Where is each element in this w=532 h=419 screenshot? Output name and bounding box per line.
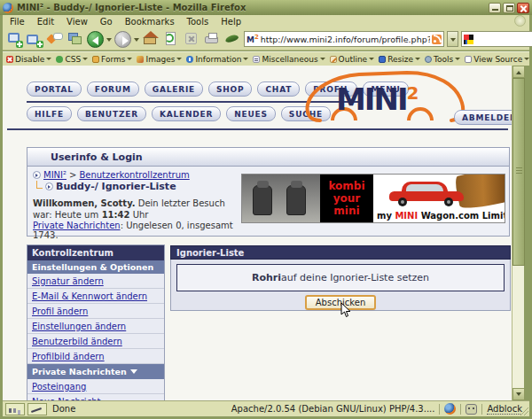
sidebar-section-settings[interactable]: Einstellungen & Optionen [27,260,164,274]
breadcrumb-current-row: Buddy-/ Ignorier-Liste [33,181,241,192]
vertical-scrollbar[interactable] [512,66,524,400]
ignore-list-header: Ignorier-Liste [170,245,511,260]
chat-extension-button[interactable] [46,30,64,48]
devbar-resize[interactable]: Resize [377,55,422,64]
url-dropdown-button[interactable] [447,31,458,47]
nav-neues[interactable]: NEUES [226,106,276,121]
nav-shop[interactable]: SHOP [208,81,252,97]
sidebar-section-private-messages[interactable]: Private Nachrichten [27,364,164,379]
nav-portal[interactable]: PORTAL [27,81,82,97]
breadcrumb-current: Buddy-/ Ignorier-Liste [56,181,176,192]
reload-button[interactable] [162,30,180,48]
welcome-text: Willkommen, Scotty.Dein letzter Besuch w… [33,198,241,221]
forward-dropdown-icon[interactable] [134,38,139,44]
menu-view[interactable]: View [66,17,88,27]
breadcrumb-root-link[interactable]: MINI² [43,170,66,180]
devbar-tools[interactable]: Tools [423,55,462,64]
ad-brand-text: my MINI Wagon.com Limited [377,211,505,221]
resize-icon [379,56,386,63]
menu-bar: File Edit View Go Bookmarks Tools Help [3,15,529,28]
devbar-miscellaneous[interactable]: Miscellaneous [251,55,326,64]
nav-forum[interactable]: FORUM [87,81,139,97]
search-engine-icon[interactable] [464,35,473,44]
scroll-down-button[interactable] [512,388,525,400]
sidebar-item-profilbild: Profilbild ändern [27,349,164,364]
search-input[interactable] [475,33,532,46]
menu-go[interactable]: Go [100,17,113,27]
firefox-status-icon[interactable] [444,403,456,415]
breadcrumb-separator: > [69,170,76,180]
logout-button[interactable]: ABMELDEN [454,110,512,125]
rss-feed-icon[interactable] [432,35,442,44]
resize-grip[interactable] [520,407,528,415]
information-icon [186,56,193,63]
nav-kalender[interactable]: KALENDER [152,106,221,121]
sidebar-header: Kontrollzentrum [27,245,164,260]
disable-icon [6,56,13,63]
devbar-images[interactable]: Images [135,55,184,64]
back-button[interactable] [87,31,104,48]
page-content: PORTAL FORUM GALERIE SHOP CHAT PROFIL ME… [3,66,512,400]
nav-chat[interactable]: CHAT [257,81,300,97]
forward-button[interactable] [114,31,131,48]
menu-file[interactable]: File [10,17,25,27]
scrollbar-thumb[interactable] [512,78,525,266]
mini2-logo[interactable]: MINI2 [302,67,469,128]
menu-edit[interactable]: Edit [37,17,54,27]
close-button[interactable] [517,3,529,13]
devbar-css[interactable]: CSS [54,55,90,64]
view-source-icon [465,56,472,63]
robot-extension-icon[interactable] [466,404,477,415]
miscellaneous-icon [253,56,260,63]
devbar-view-source[interactable]: View Source [463,55,529,64]
forum-nav-row-2: HILFE BENUTZER KALENDER NEUES SUCHE [27,106,331,121]
render-mode-icon[interactable] [5,403,25,415]
private-messages-link[interactable]: Private Nachrichten [33,221,121,230]
sidebar-item-posteingang: Posteingang [27,379,164,394]
menu-help[interactable]: Help [221,17,241,27]
scroll-up-button[interactable] [512,66,525,78]
minimize-button[interactable] [489,3,501,13]
back-dropdown-icon[interactable] [106,38,112,44]
stop-button[interactable] [183,30,200,48]
outline-icon [330,56,337,63]
leaf-extension-icon[interactable] [223,30,241,48]
menu-bookmarks[interactable]: Bookmarks [125,17,175,27]
maximize-button[interactable] [503,3,515,13]
firefox-icon [3,3,13,13]
devbar-forms[interactable]: Forms [90,55,134,64]
sidebar-item-email-kennwort: E-Mail & Kennwort ändern [27,289,164,304]
print-button[interactable] [203,30,221,48]
css-icon [56,56,63,63]
search-box[interactable] [461,31,532,47]
confirm-message: Rohriauf deine Ignorier-Liste setzen [176,264,505,291]
status-bar: Done Apache/2.0.54 (Debian GNU/Linux) PH… [3,400,529,416]
throbber-icon [514,15,526,27]
nav-benutzer[interactable]: BENUTZER [77,106,146,121]
web-developer-toolbar: Disable CSS Forms Images Information Mis… [3,51,529,66]
adblock-toggle[interactable]: Adblock [487,404,522,415]
url-input[interactable] [261,35,430,44]
tab-extension-button[interactable] [66,30,84,48]
new-window-button[interactable] [5,30,23,48]
new-tab-button[interactable] [26,30,43,48]
home-button[interactable] [142,30,160,48]
nav-hilfe[interactable]: HILFE [27,106,72,121]
server-info: Apache/2.0.54 (Debian GNU/Linux) PHP/4.3… [231,404,435,414]
devbar-outline[interactable]: Outline [328,55,377,64]
sidebar-item-benutzerbild: Benutzerbild ändern [27,334,164,349]
devbar-disable[interactable]: Disable [4,55,53,64]
header-divider [7,128,508,130]
ad-banner[interactable]: kombi your mini my MINI Wagon.com Limite… [241,174,505,223]
status-text: Done [52,404,75,414]
edit-css-icon[interactable] [27,403,47,415]
devbar-information[interactable]: Information [184,55,250,64]
forms-icon [92,56,99,63]
sidebar-item-profil: Profil ändern [27,304,164,319]
menu-tools[interactable]: Tools [187,17,209,27]
url-bar[interactable]: M2 [244,31,444,47]
logo-text: MINI2 [336,81,419,117]
breadcrumb-parent-link[interactable]: Benutzerkontrollzentrum [79,170,189,180]
navigation-toolbar: M2 [3,28,529,50]
nav-galerie[interactable]: GALERIE [145,81,203,97]
